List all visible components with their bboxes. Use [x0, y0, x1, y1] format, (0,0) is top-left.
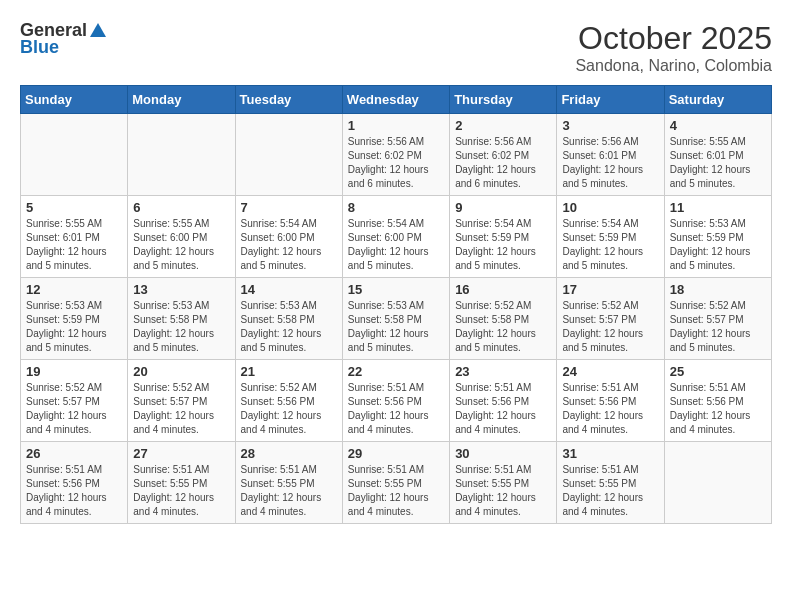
day-number: 2	[455, 118, 551, 133]
day-number: 5	[26, 200, 122, 215]
day-info: Sunrise: 5:55 AM Sunset: 6:00 PM Dayligh…	[133, 217, 229, 273]
day-number: 12	[26, 282, 122, 297]
table-row: 30Sunrise: 5:51 AM Sunset: 5:55 PM Dayli…	[450, 442, 557, 524]
table-row	[664, 442, 771, 524]
table-row: 21Sunrise: 5:52 AM Sunset: 5:56 PM Dayli…	[235, 360, 342, 442]
logo: General Blue	[20, 20, 107, 58]
day-number: 31	[562, 446, 658, 461]
logo-blue: Blue	[20, 37, 59, 58]
table-row: 11Sunrise: 5:53 AM Sunset: 5:59 PM Dayli…	[664, 196, 771, 278]
day-info: Sunrise: 5:54 AM Sunset: 5:59 PM Dayligh…	[562, 217, 658, 273]
day-number: 17	[562, 282, 658, 297]
table-row: 28Sunrise: 5:51 AM Sunset: 5:55 PM Dayli…	[235, 442, 342, 524]
table-row: 18Sunrise: 5:52 AM Sunset: 5:57 PM Dayli…	[664, 278, 771, 360]
table-row: 5Sunrise: 5:55 AM Sunset: 6:01 PM Daylig…	[21, 196, 128, 278]
table-row: 16Sunrise: 5:52 AM Sunset: 5:58 PM Dayli…	[450, 278, 557, 360]
table-row: 15Sunrise: 5:53 AM Sunset: 5:58 PM Dayli…	[342, 278, 449, 360]
day-number: 26	[26, 446, 122, 461]
day-info: Sunrise: 5:52 AM Sunset: 5:57 PM Dayligh…	[133, 381, 229, 437]
day-number: 28	[241, 446, 337, 461]
day-info: Sunrise: 5:51 AM Sunset: 5:56 PM Dayligh…	[26, 463, 122, 519]
table-row: 10Sunrise: 5:54 AM Sunset: 5:59 PM Dayli…	[557, 196, 664, 278]
svg-marker-0	[90, 23, 106, 37]
day-info: Sunrise: 5:56 AM Sunset: 6:02 PM Dayligh…	[348, 135, 444, 191]
day-info: Sunrise: 5:52 AM Sunset: 5:58 PM Dayligh…	[455, 299, 551, 355]
page-header: General Blue October 2025 Sandona, Narin…	[20, 20, 772, 75]
location-title: Sandona, Narino, Colombia	[575, 57, 772, 75]
table-row: 1Sunrise: 5:56 AM Sunset: 6:02 PM Daylig…	[342, 114, 449, 196]
calendar-week-4: 19Sunrise: 5:52 AM Sunset: 5:57 PM Dayli…	[21, 360, 772, 442]
day-info: Sunrise: 5:51 AM Sunset: 5:55 PM Dayligh…	[133, 463, 229, 519]
day-info: Sunrise: 5:53 AM Sunset: 5:58 PM Dayligh…	[133, 299, 229, 355]
table-row: 29Sunrise: 5:51 AM Sunset: 5:55 PM Dayli…	[342, 442, 449, 524]
day-number: 23	[455, 364, 551, 379]
day-number: 15	[348, 282, 444, 297]
day-number: 19	[26, 364, 122, 379]
day-info: Sunrise: 5:52 AM Sunset: 5:57 PM Dayligh…	[562, 299, 658, 355]
day-info: Sunrise: 5:51 AM Sunset: 5:56 PM Dayligh…	[562, 381, 658, 437]
day-info: Sunrise: 5:51 AM Sunset: 5:56 PM Dayligh…	[670, 381, 766, 437]
day-info: Sunrise: 5:53 AM Sunset: 5:58 PM Dayligh…	[241, 299, 337, 355]
table-row: 26Sunrise: 5:51 AM Sunset: 5:56 PM Dayli…	[21, 442, 128, 524]
header-tuesday: Tuesday	[235, 86, 342, 114]
header-wednesday: Wednesday	[342, 86, 449, 114]
table-row: 9Sunrise: 5:54 AM Sunset: 5:59 PM Daylig…	[450, 196, 557, 278]
day-number: 21	[241, 364, 337, 379]
day-info: Sunrise: 5:54 AM Sunset: 6:00 PM Dayligh…	[348, 217, 444, 273]
table-row: 20Sunrise: 5:52 AM Sunset: 5:57 PM Dayli…	[128, 360, 235, 442]
day-info: Sunrise: 5:51 AM Sunset: 5:56 PM Dayligh…	[348, 381, 444, 437]
day-number: 24	[562, 364, 658, 379]
header-monday: Monday	[128, 86, 235, 114]
day-number: 11	[670, 200, 766, 215]
table-row: 25Sunrise: 5:51 AM Sunset: 5:56 PM Dayli…	[664, 360, 771, 442]
calendar-header-row: Sunday Monday Tuesday Wednesday Thursday…	[21, 86, 772, 114]
day-info: Sunrise: 5:55 AM Sunset: 6:01 PM Dayligh…	[26, 217, 122, 273]
table-row: 17Sunrise: 5:52 AM Sunset: 5:57 PM Dayli…	[557, 278, 664, 360]
day-info: Sunrise: 5:52 AM Sunset: 5:56 PM Dayligh…	[241, 381, 337, 437]
day-info: Sunrise: 5:51 AM Sunset: 5:56 PM Dayligh…	[455, 381, 551, 437]
day-info: Sunrise: 5:51 AM Sunset: 5:55 PM Dayligh…	[348, 463, 444, 519]
day-number: 30	[455, 446, 551, 461]
day-number: 9	[455, 200, 551, 215]
header-saturday: Saturday	[664, 86, 771, 114]
day-info: Sunrise: 5:54 AM Sunset: 5:59 PM Dayligh…	[455, 217, 551, 273]
calendar-week-1: 1Sunrise: 5:56 AM Sunset: 6:02 PM Daylig…	[21, 114, 772, 196]
table-row: 4Sunrise: 5:55 AM Sunset: 6:01 PM Daylig…	[664, 114, 771, 196]
table-row: 31Sunrise: 5:51 AM Sunset: 5:55 PM Dayli…	[557, 442, 664, 524]
day-number: 4	[670, 118, 766, 133]
table-row	[128, 114, 235, 196]
table-row: 3Sunrise: 5:56 AM Sunset: 6:01 PM Daylig…	[557, 114, 664, 196]
day-info: Sunrise: 5:51 AM Sunset: 5:55 PM Dayligh…	[562, 463, 658, 519]
day-info: Sunrise: 5:51 AM Sunset: 5:55 PM Dayligh…	[455, 463, 551, 519]
day-info: Sunrise: 5:51 AM Sunset: 5:55 PM Dayligh…	[241, 463, 337, 519]
table-row: 13Sunrise: 5:53 AM Sunset: 5:58 PM Dayli…	[128, 278, 235, 360]
table-row: 27Sunrise: 5:51 AM Sunset: 5:55 PM Dayli…	[128, 442, 235, 524]
day-info: Sunrise: 5:52 AM Sunset: 5:57 PM Dayligh…	[26, 381, 122, 437]
month-title: October 2025	[575, 20, 772, 57]
day-number: 7	[241, 200, 337, 215]
table-row: 6Sunrise: 5:55 AM Sunset: 6:00 PM Daylig…	[128, 196, 235, 278]
table-row: 14Sunrise: 5:53 AM Sunset: 5:58 PM Dayli…	[235, 278, 342, 360]
day-number: 27	[133, 446, 229, 461]
table-row: 2Sunrise: 5:56 AM Sunset: 6:02 PM Daylig…	[450, 114, 557, 196]
day-number: 18	[670, 282, 766, 297]
day-number: 20	[133, 364, 229, 379]
day-number: 14	[241, 282, 337, 297]
calendar-table: Sunday Monday Tuesday Wednesday Thursday…	[20, 85, 772, 524]
day-info: Sunrise: 5:56 AM Sunset: 6:01 PM Dayligh…	[562, 135, 658, 191]
day-number: 10	[562, 200, 658, 215]
day-info: Sunrise: 5:55 AM Sunset: 6:01 PM Dayligh…	[670, 135, 766, 191]
day-number: 1	[348, 118, 444, 133]
table-row: 24Sunrise: 5:51 AM Sunset: 5:56 PM Dayli…	[557, 360, 664, 442]
day-info: Sunrise: 5:53 AM Sunset: 5:59 PM Dayligh…	[26, 299, 122, 355]
day-info: Sunrise: 5:52 AM Sunset: 5:57 PM Dayligh…	[670, 299, 766, 355]
table-row: 19Sunrise: 5:52 AM Sunset: 5:57 PM Dayli…	[21, 360, 128, 442]
table-row: 7Sunrise: 5:54 AM Sunset: 6:00 PM Daylig…	[235, 196, 342, 278]
calendar-week-2: 5Sunrise: 5:55 AM Sunset: 6:01 PM Daylig…	[21, 196, 772, 278]
table-row: 23Sunrise: 5:51 AM Sunset: 5:56 PM Dayli…	[450, 360, 557, 442]
calendar-week-5: 26Sunrise: 5:51 AM Sunset: 5:56 PM Dayli…	[21, 442, 772, 524]
table-row: 22Sunrise: 5:51 AM Sunset: 5:56 PM Dayli…	[342, 360, 449, 442]
logo-icon	[89, 21, 107, 39]
title-section: October 2025 Sandona, Narino, Colombia	[575, 20, 772, 75]
day-number: 29	[348, 446, 444, 461]
